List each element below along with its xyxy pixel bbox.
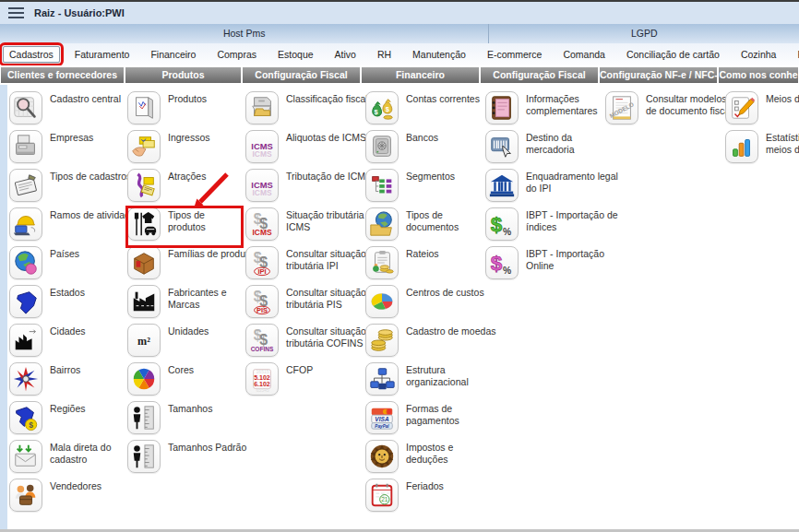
menu-item-label: Tipos de documentos bbox=[406, 207, 459, 233]
tab-faturamento[interactable]: Faturamento bbox=[68, 46, 137, 63]
svg-text:IPI: IPI bbox=[257, 267, 266, 276]
menu-item-informacoes[interactable]: Informações complementares bbox=[485, 91, 624, 130]
tab-conciliacao-de-cartao[interactable]: Conciliação de cartão bbox=[620, 46, 726, 63]
section-header-row: Clientes e fornecedoresProdutosConfigura… bbox=[0, 65, 799, 85]
tab-cozinha[interactable]: Cozinha bbox=[734, 46, 783, 63]
menu-item-label: IBPT - Importação de índices bbox=[526, 207, 618, 233]
menu-item-label: Unidades bbox=[168, 324, 209, 337]
svg-text:m²: m² bbox=[137, 335, 150, 348]
tab-financeiro[interactable]: Financeiro bbox=[144, 46, 202, 63]
menu-icon[interactable] bbox=[8, 7, 24, 18]
menu-item-label: Cadastro de moedas bbox=[406, 324, 495, 337]
svg-text:ICMS: ICMS bbox=[252, 149, 271, 159]
tab-cadastros[interactable]: Cadastros bbox=[3, 46, 60, 63]
ribbon-group-row: Host Pms LGPD bbox=[0, 24, 799, 43]
clipboard-icon bbox=[9, 169, 42, 202]
menu-item-consultar-situacao[interactable]: $$COFINSConsultar situação tributária CO… bbox=[245, 324, 384, 362]
menu-item-consultar-situacao[interactable]: $$IPIConsultar situação tributária IPI bbox=[245, 246, 384, 285]
menu-item-aliquotas-de-icms[interactable]: ICMSICMSAliquotas de ICMS bbox=[245, 130, 384, 169]
svg-text:21: 21 bbox=[381, 496, 388, 502]
menu-item-label: IBPT - Importação Online bbox=[526, 246, 604, 272]
menu-item-label: Impostos e deduções bbox=[406, 440, 453, 466]
org-chart-icon bbox=[365, 362, 399, 396]
file-cabinet-icon bbox=[245, 91, 279, 124]
app-window: Raiz - Usuário:PWI Host Pms LGPD Cadastr… bbox=[0, 0, 799, 532]
menu-item-formas-de[interactable]: VISAPayPalFormas de pagamentos bbox=[365, 401, 504, 440]
menu-item-cadastro-de-moedas[interactable]: Cadastro de moedas bbox=[365, 324, 504, 362]
menu-item-feriados[interactable]: 21Feriados bbox=[365, 479, 504, 517]
sellers-icon bbox=[9, 479, 42, 512]
menu-item-contas-correntes[interactable]: $$Contas correntes bbox=[365, 91, 504, 130]
compass-icon bbox=[9, 362, 42, 396]
menu-item-situacao-tributaria[interactable]: $$ICMSSituação tributária ICMS bbox=[245, 207, 384, 246]
menu-item-centros-de-custos[interactable]: Centros de custos bbox=[365, 285, 504, 324]
globe-icon bbox=[9, 246, 42, 279]
brazil-coin-icon: $ bbox=[9, 401, 42, 434]
menu-item-tipos-de[interactable]: Tipos de documentos bbox=[365, 207, 504, 246]
barcode-cursor-icon bbox=[485, 130, 519, 163]
menu-item-cfop[interactable]: 165155.1026.10265545CFOP bbox=[245, 362, 384, 401]
menu-item-label: Tamanhos bbox=[168, 401, 212, 415]
menu-item-label: Atrações bbox=[168, 169, 206, 183]
section-column-financeiro: $$Contas correntesBancosSegmentosTipos d… bbox=[365, 91, 504, 517]
tab-e-commerce[interactable]: E-commerce bbox=[481, 46, 549, 63]
tab-estoque[interactable]: Estoque bbox=[271, 46, 320, 63]
menu-item-label: Destino da mercadoria bbox=[526, 130, 575, 156]
color-wheel-icon bbox=[127, 362, 161, 396]
menu-item-bancos[interactable]: Bancos bbox=[365, 130, 504, 169]
menu-item-segmentos[interactable]: Segmentos bbox=[365, 169, 504, 207]
dollar-cofins-icon: $$COFINS bbox=[245, 324, 279, 357]
coins-icon bbox=[365, 324, 399, 357]
svg-text:$: $ bbox=[491, 252, 503, 275]
menu-item-label: Aliquotas de ICMS bbox=[286, 130, 366, 144]
menu-item-label: Classificação fiscal bbox=[286, 91, 368, 105]
menu-item-label: Rateios bbox=[406, 246, 439, 260]
menu-item-ibpt-importacao-de[interactable]: $%IBPT - Importação de índices bbox=[485, 207, 624, 246]
tab-manutencao[interactable]: Manutenção bbox=[406, 46, 472, 63]
menu-item-tamanhos[interactable]: Tamanhos bbox=[127, 401, 266, 440]
menu-item-enquadramento-legal[interactable]: Enquadramento legal do IPI bbox=[485, 169, 624, 207]
menu-item-label: Formas de pagamentos bbox=[406, 401, 459, 427]
menu-item-label: Tipos de produtos bbox=[168, 207, 242, 233]
menu-item-classificacao-fiscal[interactable]: Classificação fiscal bbox=[245, 91, 384, 130]
tab-ativo[interactable]: Ativo bbox=[328, 46, 363, 63]
svg-text:5.102: 5.102 bbox=[254, 374, 270, 381]
tab-compras[interactable]: Compras bbox=[210, 46, 263, 63]
svg-text:PayPal: PayPal bbox=[375, 424, 389, 429]
menu-item-vendedores[interactable]: Vendedores bbox=[9, 479, 148, 517]
tab-reinf[interactable]: Reinf bbox=[791, 46, 799, 63]
menu-item-tamanhos-padrao[interactable]: Tamanhos Padrão bbox=[127, 440, 266, 479]
dollar-icms-icon: $$ICMS bbox=[245, 207, 279, 241]
envelope-arrows-icon bbox=[9, 440, 42, 473]
svg-text:ICMS: ICMS bbox=[252, 188, 271, 197]
ruler-person-icon bbox=[127, 401, 161, 434]
menu-item-meios-de-c[interactable]: Meios de c bbox=[725, 91, 799, 130]
product-box-icon bbox=[127, 91, 161, 124]
svg-text:PIS: PIS bbox=[256, 306, 268, 314]
tab-comanda[interactable]: Comanda bbox=[556, 46, 612, 63]
menu-item-tributacao-de-icms[interactable]: ICMSICMSTributação de ICMS bbox=[245, 169, 384, 207]
menu-item-label: Regiões bbox=[50, 401, 86, 415]
menu-item-impostos-e[interactable]: Impostos e deduções bbox=[365, 440, 504, 479]
modelo-doc-icon: MODELO bbox=[605, 91, 638, 124]
menu-item-ibpt-importacao[interactable]: $%IBPT - Importação Online bbox=[485, 246, 624, 285]
menu-item-label: CFOP bbox=[286, 362, 313, 376]
menu-item-label: Mala direta do cadastro bbox=[50, 440, 112, 466]
ribbon-tickets-icon bbox=[127, 169, 161, 202]
menu-item-estrutura[interactable]: Estrutura organizacional bbox=[365, 362, 504, 401]
menu-item-tipos-de-produtos[interactable]: Tipos de produtos bbox=[127, 207, 242, 246]
menu-item-consultar-modelos[interactable]: MODELOConsultar modelos de documento fis… bbox=[605, 91, 744, 130]
carton-box-icon bbox=[127, 246, 161, 279]
checklist-pencil-icon bbox=[725, 91, 758, 124]
safe-icon bbox=[365, 130, 399, 163]
section-header-configuracao-nf-e-nfc-e: Configuração NF-e / NFC-e bbox=[600, 67, 717, 83]
svg-text:COFINS: COFINS bbox=[251, 346, 274, 352]
menu-item-label: Enquadramento legal do IPI bbox=[526, 169, 618, 195]
tab-rh[interactable]: RH bbox=[371, 46, 398, 63]
menu-item-destino-da[interactable]: Destino da mercadoria bbox=[485, 130, 624, 169]
menu-item-estatisticas[interactable]: Estatísticas meios de c bbox=[725, 130, 799, 169]
menu-item-rateios[interactable]: Rateios bbox=[365, 246, 504, 285]
menu-item-label: Consultar situação tributária COFINS bbox=[286, 324, 366, 349]
section-header-clientes-e-fornecedores: Clientes e fornecedores bbox=[1, 67, 124, 83]
menu-item-consultar-situacao[interactable]: $$PISConsultar situação tributária PIS bbox=[245, 285, 384, 324]
